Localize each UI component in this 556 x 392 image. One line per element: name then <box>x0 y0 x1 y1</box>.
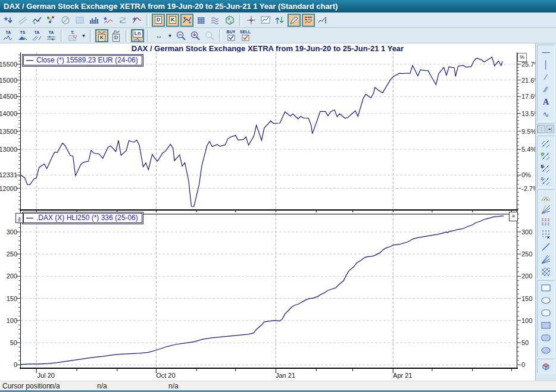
axis-label: 13500 <box>0 128 17 135</box>
toolbar-collapse-button[interactable]: ⋮ <box>538 125 545 133</box>
pitchfork-tool-button[interactable] <box>539 137 552 149</box>
axis-label: -2.7% <box>521 185 535 192</box>
window-titlebar[interactable]: DAX / German Stock Exchange XETRA from 1… <box>0 0 556 12</box>
svg-text:E: E <box>541 164 545 169</box>
axis-label: 13.5% <box>521 110 535 117</box>
speed-lines-tool-button[interactable] <box>539 253 552 265</box>
chart-type-bar-button[interactable]: D <box>110 29 123 42</box>
linked-points-button[interactable] <box>45 14 58 27</box>
axis-label: Jan 21 <box>276 372 295 379</box>
ta-insert-button[interactable]: TA <box>2 29 15 42</box>
show-legend-button[interactable] <box>302 14 315 27</box>
drawing-tool-group: —│∕∕∕A∿ <box>537 45 555 122</box>
pitchfork-inside-tool-button[interactable]: ≡ <box>539 175 552 186</box>
fibonacci-timezones-tool-button[interactable] <box>539 228 552 240</box>
template-table-button[interactable]: T: <box>66 29 79 42</box>
data-table-button[interactable] <box>316 14 329 27</box>
toolbar-separator <box>147 30 149 42</box>
axis-label: 150 <box>7 295 17 302</box>
axis-label: Jul 20 <box>38 372 55 379</box>
price-legend[interactable]: —Close (*) 15589.23 EUR (24-06) <box>22 54 143 67</box>
axis-label: 100 <box>7 317 17 324</box>
axis-label: 300 <box>521 228 532 236</box>
candle-mode-label: K <box>169 16 177 24</box>
volume-bars-button[interactable] <box>88 14 101 27</box>
crosshair-mode-button[interactable] <box>245 14 258 27</box>
toolbar-separator <box>239 14 242 26</box>
zoom-out-button[interactable] <box>174 29 188 42</box>
pitchfork-schiff-tool-button[interactable]: E <box>539 162 552 174</box>
segment-tool-button[interactable] <box>539 241 552 252</box>
percent-scale-box[interactable]: % <box>517 53 527 62</box>
draw-mode-button[interactable] <box>288 14 301 27</box>
axis-label: 300 <box>7 228 17 236</box>
chart-type-line-button[interactable]: Ln <box>131 29 144 42</box>
chart-type-candle-label: K <box>98 34 106 42</box>
axis-label: 250 <box>521 250 532 258</box>
annotation-button[interactable]: a <box>15 213 23 223</box>
text-tool-button[interactable]: A <box>539 96 552 108</box>
chart-type-candle-button[interactable]: K <box>95 29 108 42</box>
filled-rectangle-tool-button[interactable] <box>539 319 552 331</box>
bar-spacing-glyph: ↔ <box>155 33 163 39</box>
toolbar-expand-button[interactable]: ▸| <box>546 125 554 133</box>
rounded-rectangle-tool-button[interactable] <box>539 307 552 318</box>
sell-order-button[interactable]: SELL <box>239 29 252 42</box>
filled-rounded-rectangle-tool-button[interactable] <box>539 332 552 343</box>
add-regression-button[interactable] <box>130 14 143 27</box>
fibonacci-fan-tool-button[interactable] <box>539 203 552 215</box>
compress-scale-button[interactable] <box>180 14 193 27</box>
pitchfork-modified-tool-button[interactable]: d <box>539 150 552 161</box>
indicator-zigzag-button[interactable] <box>102 14 115 27</box>
zigzag-extremes-button[interactable] <box>30 14 43 27</box>
app-window: DAX / German Stock Exchange XETRA from 1… <box>0 0 556 392</box>
bar-spacing-button[interactable]: ↔ <box>152 29 165 42</box>
show-grid-button[interactable] <box>195 14 208 27</box>
cursor-value-date: n/a <box>50 382 60 390</box>
fill-pattern-button[interactable] <box>73 14 86 27</box>
indicator-legend[interactable]: —.DAX (X) HLI250 (*) 336 (25-06) <box>22 212 143 224</box>
autoscale-arrows-button[interactable] <box>273 14 286 27</box>
trend-line-tool-button[interactable]: ∕ <box>539 71 552 83</box>
horizontal-line-tool-button[interactable]: — <box>539 46 552 58</box>
vertical-line-tool-button[interactable]: │ <box>539 59 552 70</box>
insert-indicator-button[interactable] <box>2 14 15 27</box>
fibonacci-arcs-tool-button[interactable] <box>539 191 552 202</box>
hide-indicator-button[interactable] <box>59 14 72 27</box>
horizontal-line-tool-glyph: — <box>542 48 550 57</box>
insert-trend-button[interactable] <box>16 14 29 27</box>
cursor-value-price: n/a <box>97 382 107 390</box>
period-daily-button[interactable]: D <box>152 14 165 27</box>
axis-label: 200 <box>521 272 532 280</box>
overlay-lines-button[interactable] <box>209 14 222 27</box>
axis-label: 14000 <box>0 110 17 117</box>
fibonacci-retracement-tool-button[interactable] <box>539 216 552 227</box>
rectangle-tool-button[interactable] <box>539 282 552 293</box>
undo-redo-button[interactable] <box>116 14 129 27</box>
candle-mode-button[interactable]: K <box>166 14 179 27</box>
gann-grid-tool-button[interactable] <box>539 266 552 277</box>
ta-settings-button[interactable]: TA <box>45 29 58 42</box>
pane-menu-button[interactable]: ≡ <box>509 212 518 221</box>
zoom-reset-button[interactable] <box>203 29 216 42</box>
chart-window-button[interactable] <box>259 14 272 27</box>
cursor-value-indicator: n/a <box>168 382 179 390</box>
ellipse-tool-button[interactable] <box>539 294 552 306</box>
freehand-tool-button[interactable]: ∿ <box>539 109 552 120</box>
buy-order-button[interactable]: BUY <box>224 29 238 42</box>
ts-insert-button[interactable]: TS <box>16 29 29 42</box>
svg-text:S: S <box>230 20 232 23</box>
toolbar-separator <box>146 14 149 26</box>
template-dropdown-button[interactable]: ▾ <box>80 29 87 42</box>
parallel-channel-tool-button[interactable]: ∕∕ <box>539 84 552 95</box>
axis-label: 12331 <box>0 171 17 178</box>
axis-label: 13000 <box>0 146 17 153</box>
buy-sell-signals-button[interactable]: BS <box>223 14 236 27</box>
indicator-legend-text: .DAX (X) HLI250 (*) 336 (25-06) <box>36 214 138 222</box>
filled-ellipse-tool-button[interactable] <box>539 344 552 356</box>
ta-edit-button[interactable]: TA <box>30 29 43 42</box>
zoom-in-button[interactable] <box>189 29 202 42</box>
objects-3d-tool-button[interactable] <box>539 360 552 372</box>
bar-spacing-dropdown-button[interactable]: ▾ <box>167 29 173 42</box>
indicator-pane[interactable] <box>21 214 517 368</box>
